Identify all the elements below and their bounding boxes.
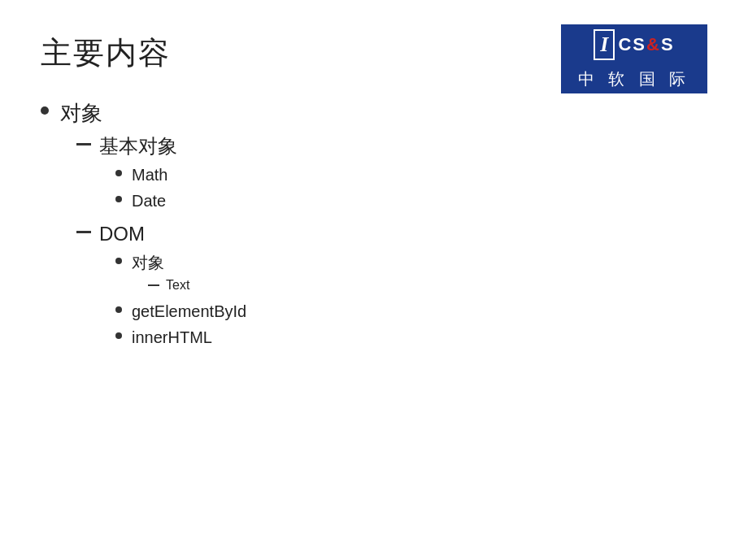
level4-list: Text [148,276,189,294]
list-item: Text [148,276,189,294]
level3-list: 对象 Text [115,251,246,349]
item-label: getElementById [132,300,246,323]
bullet-icon [41,106,49,115]
bullet-icon [115,258,122,264]
list-item: 基本对象 Math Date [76,132,246,215]
dash-icon [76,231,91,233]
item-label: 对象 [132,254,164,271]
bullet-icon [115,306,122,313]
list-item: 对象 基本对象 Math [41,98,707,357]
slide: 主要内容 I CS&S 中 软 国 际 对象 [0,0,748,560]
bullet-icon [115,196,122,202]
list-item: DOM 对象 [76,220,246,352]
logo-letter-i: I [594,29,615,60]
item-label: Math [132,163,167,186]
level3-list: Math Date [115,163,177,212]
bullet-icon [115,170,122,176]
logo-chinese-text: 中 软 国 际 [561,68,707,90]
bullet-icon [115,332,122,339]
dash-icon [76,143,91,145]
item-label: Date [132,189,166,212]
item-label: innerHTML [132,326,212,349]
list-item: Math [115,163,177,186]
item-label: 基本对象 [99,135,177,157]
logo-brand: CS&S [618,34,674,55]
company-logo: I CS&S 中 软 国 际 [561,24,707,93]
list-item: 对象 Text [115,251,246,297]
dash-icon [148,284,159,286]
slide-content: 对象 基本对象 Math [41,98,707,357]
level2-list: 基本对象 Math Date [76,132,246,352]
list-item: getElementById [115,300,246,323]
level1-list: 对象 基本对象 Math [41,98,707,357]
list-item: Date [115,189,177,212]
item-label: Text [166,276,189,294]
list-item: innerHTML [115,326,246,349]
item-label: DOM [99,223,145,245]
item-label: 对象 [60,101,102,125]
